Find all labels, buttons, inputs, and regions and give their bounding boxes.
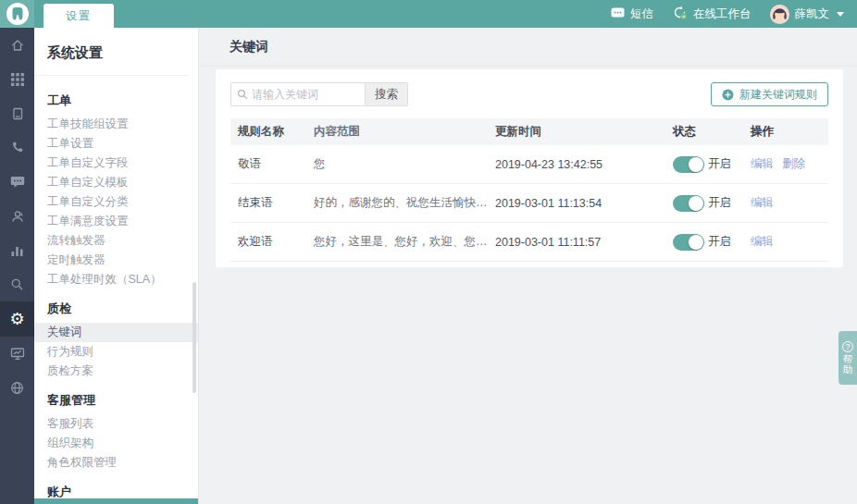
- delete-link[interactable]: 删除: [782, 156, 805, 172]
- help-tab[interactable]: ? 帮助: [838, 331, 857, 385]
- keywords-table: 规则名称 内容范围 更新时间 状态 操作 敬语您2019-04-23 13:42…: [230, 118, 828, 262]
- rail-chat-icon[interactable]: [0, 165, 34, 199]
- search-icon: [237, 89, 248, 100]
- rail-phone-icon[interactable]: [0, 130, 34, 165]
- sidebar-item[interactable]: 关键词: [34, 323, 198, 342]
- app-logo[interactable]: [0, 0, 34, 28]
- rule-name: 结束语: [230, 195, 306, 211]
- workspace-sync-icon: [672, 5, 688, 23]
- status-toggle[interactable]: [673, 156, 704, 173]
- avatar: [770, 5, 789, 24]
- sidebar-item[interactable]: 工单满意度设置: [34, 212, 198, 231]
- rule-name: 欢迎语: [230, 234, 306, 250]
- rule-content: 您: [306, 156, 488, 172]
- workspace-label: 在线工作台: [693, 6, 751, 22]
- search-input[interactable]: [252, 88, 361, 101]
- rail-home-icon[interactable]: [0, 28, 34, 62]
- rule-status-cell: 开启: [665, 234, 743, 251]
- help-label: 帮助: [842, 354, 853, 375]
- status-label: 开启: [708, 234, 731, 250]
- page-header: 关键词: [199, 28, 857, 67]
- sidebar-item[interactable]: 组织架构: [34, 434, 198, 453]
- sms-icon: [611, 7, 625, 21]
- rule-updated: 2019-04-23 13:42:55: [488, 158, 665, 171]
- rule-actions-cell: 编辑删除: [743, 156, 828, 172]
- search-box: [230, 82, 365, 106]
- rail-monitor-stats-icon[interactable]: [0, 337, 34, 371]
- sidebar-item[interactable]: 工单自定义字段: [34, 154, 198, 173]
- table-body: 敬语您2019-04-23 13:42:55开启编辑删除结束语好的，感谢您的、祝…: [230, 145, 828, 262]
- rule-status-cell: 开启: [665, 195, 743, 212]
- sidebar-item[interactable]: 工单自定义分类: [34, 192, 198, 212]
- edit-link[interactable]: 编辑: [751, 195, 774, 211]
- edit-link[interactable]: 编辑: [751, 156, 774, 172]
- toggle-knob: [689, 157, 703, 172]
- rule-status-cell: 开启: [665, 156, 743, 173]
- topbar: 设置 短信 在线工作台: [0, 0, 857, 28]
- toggle-knob: [689, 196, 703, 211]
- col-content: 内容范围: [306, 124, 488, 140]
- sidebar-item[interactable]: 工单技能组设置: [34, 115, 198, 134]
- status-toggle[interactable]: [673, 234, 704, 251]
- status-label: 开启: [708, 195, 731, 211]
- sms-menu[interactable]: 短信: [611, 6, 653, 22]
- sidebar-item[interactable]: 角色权限管理: [34, 453, 198, 473]
- rule-content: 好的，感谢您的、祝您生活愉快，再见...: [306, 195, 488, 211]
- sidebar-horizontal-scrollbar[interactable]: [34, 498, 199, 504]
- rule-updated: 2019-03-01 11:13:54: [488, 197, 665, 210]
- rule-name: 敬语: [230, 156, 306, 172]
- search-group: 搜索: [230, 82, 408, 106]
- sidebar-title: 系统设置: [34, 28, 189, 76]
- tooth-logo-icon: [6, 3, 29, 25]
- topbar-right: 短信 在线工作台: [611, 0, 844, 28]
- icon-rail: ⚙: [0, 28, 34, 504]
- sidebar-sections: 工单工单技能组设置工单设置工单自定义字段工单自定义模板工单自定义分类工单满意度设…: [34, 76, 198, 504]
- col-rule-name: 规则名称: [230, 124, 306, 140]
- caret-down-icon: [837, 12, 844, 17]
- sidebar-item[interactable]: 质检方案: [34, 362, 198, 381]
- new-rule-label: 新建关键词规则: [739, 87, 817, 103]
- rail-gear-icon[interactable]: ⚙: [0, 301, 34, 337]
- main-content: 关键词 搜索 新建关键词规则 规则名称: [199, 28, 857, 504]
- sidebar-section-heading: 工单: [34, 81, 198, 115]
- sidebar-item[interactable]: 客服列表: [34, 414, 198, 434]
- new-rule-button[interactable]: 新建关键词规则: [711, 82, 828, 106]
- col-actions: 操作: [743, 124, 828, 140]
- tab-settings[interactable]: 设置: [43, 4, 114, 28]
- user-menu[interactable]: 薛凯文: [770, 5, 845, 24]
- col-status: 状态: [665, 124, 743, 140]
- search-button[interactable]: 搜索: [365, 82, 408, 106]
- sidebar-item[interactable]: 定时触发器: [34, 251, 198, 270]
- rule-actions-cell: 编辑: [743, 234, 828, 250]
- gear-icon: ⚙: [9, 311, 24, 327]
- col-updated: 更新时间: [488, 124, 665, 140]
- rule-updated: 2019-03-01 11:11:57: [488, 236, 665, 249]
- rail-globe-icon[interactable]: [0, 371, 34, 405]
- keywords-panel: 搜索 新建关键词规则 规则名称 内容范围 更新时间 状态 操作 敬语您2019-…: [216, 69, 843, 267]
- table-row: 敬语您2019-04-23 13:42:55开启编辑删除: [230, 145, 828, 184]
- sidebar-item[interactable]: 流转触发器: [34, 231, 198, 251]
- rail-apps-grid-icon[interactable]: [0, 62, 34, 96]
- rail-tablet-icon[interactable]: [0, 96, 34, 130]
- sms-label: 短信: [630, 6, 653, 22]
- toggle-knob: [689, 235, 703, 250]
- toolbar: 搜索 新建关键词规则: [230, 82, 828, 106]
- edit-link[interactable]: 编辑: [751, 234, 774, 250]
- workspace-menu[interactable]: 在线工作台: [672, 5, 751, 23]
- table-row: 欢迎语您好，这里是、您好，欢迎、您好，有...2019-03-01 11:11:…: [230, 223, 828, 262]
- sidebar-section-heading: 客服管理: [34, 381, 198, 414]
- rail-search-icon[interactable]: [0, 267, 34, 301]
- status-toggle[interactable]: [673, 195, 704, 212]
- rail-agent-icon[interactable]: [0, 199, 34, 233]
- sidebar-scrollbar[interactable]: [193, 282, 196, 393]
- rail-bar-chart-icon[interactable]: [0, 233, 34, 267]
- sidebar-section-heading: 质检: [34, 289, 198, 323]
- rule-actions-cell: 编辑: [743, 195, 828, 211]
- sidebar-item[interactable]: 工单自定义模板: [34, 173, 198, 192]
- table-row: 结束语好的，感谢您的、祝您生活愉快，再见...2019-03-01 11:13:…: [230, 184, 828, 223]
- plus-circle-icon: [722, 89, 734, 101]
- sidebar-item[interactable]: 工单设置: [34, 134, 198, 154]
- sidebar-item[interactable]: 工单处理时效（SLA）: [34, 270, 198, 289]
- sidebar-item[interactable]: 行为规则: [34, 342, 198, 362]
- status-label: 开启: [708, 156, 731, 172]
